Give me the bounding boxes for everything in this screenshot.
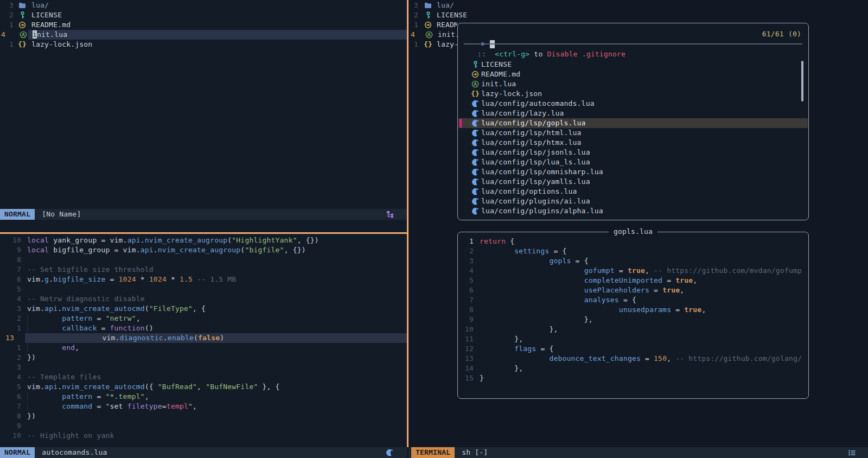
init-icon <box>425 31 433 39</box>
file-row[interactable]: 4init.lua <box>0 30 407 40</box>
code-line[interactable]: 4-- Netrw diagnostic disable <box>0 294 407 304</box>
statusline-code: NORMAL autocomands.lua <box>0 447 407 458</box>
code-line[interactable]: 4-- Template files <box>0 372 407 382</box>
picker-item[interactable]: {}lazy-lock.json <box>458 89 808 99</box>
code-token: }, <box>480 364 523 372</box>
code-line[interactable]: 7-- Set bigfile size threshold <box>0 265 407 275</box>
code-line[interactable]: 3vim.api.nvim_create_autocmd("FileType",… <box>0 304 407 314</box>
code-line[interactable]: 8 unusedparams = true, <box>458 305 808 315</box>
code-line[interactable]: 2}) <box>0 353 407 362</box>
code-token: () <box>145 324 154 332</box>
code-token: , <box>197 383 206 391</box>
code-text: }, <box>480 364 523 373</box>
moon-icon <box>471 100 480 107</box>
code-token: debounce_text_changes <box>480 354 641 362</box>
code-line[interactable]: 10local yank_group = vim.api.nvim_create… <box>0 236 407 245</box>
picker-item-name: lua/config/options.lua <box>481 187 577 196</box>
file-row[interactable]: 3lua/ <box>0 1 407 10</box>
code-token: ) <box>220 334 224 342</box>
code-token: -- Template files <box>27 373 101 381</box>
picker-item[interactable]: lua/config/lsp/jsonls.lua <box>458 148 808 157</box>
picker-item[interactable]: lua/config/plugins/alpha.lua <box>458 206 808 216</box>
code-line[interactable]: 1 callback = function() <box>0 323 407 333</box>
line-number: 9 <box>458 315 474 325</box>
code-line[interactable]: 2 settings = { <box>458 246 808 256</box>
code-line[interactable]: 1 end, <box>0 343 407 353</box>
file-row[interactable]: 1{}lazy-lock.json <box>410 40 457 49</box>
window-separator-vertical[interactable] <box>407 0 409 447</box>
code-token: vim. <box>27 383 44 391</box>
code-line[interactable]: 13 debounce_text_changes = 150, -- https… <box>458 354 808 364</box>
code-token: templ <box>167 402 188 410</box>
file-row[interactable]: 4init.lua <box>410 30 457 40</box>
picker-item[interactable]: lua/config/autocomands.lua <box>458 99 808 109</box>
code-line[interactable]: 9local bigfile_group = vim.api.nvim_crea… <box>0 245 407 255</box>
scrollbar[interactable] <box>801 61 804 101</box>
file-row[interactable]: 1README.md <box>0 20 407 30</box>
code-line[interactable]: 1return { <box>458 237 808 246</box>
file-explorer-pane: 3lua/2LICENSE1README.md4init.lua1{}lazy-… <box>0 1 407 49</box>
code-line[interactable]: 3 <box>0 362 407 372</box>
code-token: , <box>645 266 649 275</box>
picker-item[interactable]: lua/config/lsp/omnisharp.lua <box>458 167 808 177</box>
code-text: local yank_group = vim.api.nvim_create_a… <box>27 236 319 245</box>
picker-prompt[interactable]: > <box>464 29 495 39</box>
code-line[interactable]: 8}) <box>0 411 407 421</box>
picker-item[interactable]: lua/config/lsp/gopls.lua <box>458 118 808 128</box>
code-line[interactable]: 6vim.g.bigfile_size = 1024 * 1024 * 1.5 … <box>0 275 407 284</box>
code-token: , {}) <box>284 246 306 254</box>
code-line[interactable]: 14 }, <box>458 364 808 373</box>
file-row[interactable]: 1README.md <box>410 20 457 30</box>
file-row[interactable]: 2LICENSE <box>0 10 407 20</box>
terminal-list-icon <box>848 449 856 456</box>
picker-item[interactable]: LICENSE <box>458 60 808 69</box>
code-line[interactable]: 11 }, <box>458 334 808 344</box>
code-line[interactable]: 8 <box>0 255 407 265</box>
code-token: api <box>141 246 154 254</box>
line-number: 4 <box>0 294 21 304</box>
statusline-terminal: TERMINAL sh [-] <box>409 447 868 458</box>
line-number: 13 <box>458 354 474 364</box>
code-token: true <box>628 266 645 275</box>
code-line[interactable]: 9 <box>0 421 407 431</box>
moon-icon <box>471 149 480 156</box>
code-line[interactable]: 7 analyses = { <box>458 295 808 305</box>
code-line[interactable]: 10 }, <box>458 325 808 334</box>
line-number: 5 <box>458 276 474 285</box>
line-number: 9 <box>0 245 21 255</box>
code-line[interactable]: 3 gopls = { <box>458 256 808 266</box>
picker-item[interactable]: lua/config/lazy.lua <box>458 109 808 118</box>
picker-item[interactable]: lua/config/lsp/lua_ls.lua <box>458 157 808 167</box>
code-line[interactable]: 7 command = "set filetype=templ", <box>0 402 407 411</box>
picker-item[interactable]: README.md <box>458 69 808 79</box>
readme-icon <box>424 21 432 29</box>
code-line[interactable]: 6 pattern = "*.templ", <box>0 392 407 402</box>
picker-item[interactable]: lua/config/plugins/ai.lua <box>458 196 808 206</box>
picker-item[interactable]: lua/config/lsp/htmx.lua <box>458 138 808 148</box>
code-line[interactable]: 13 vim.diagnostic.enable(false) <box>0 333 407 343</box>
mode-indicator: NORMAL <box>0 447 35 458</box>
picker-item[interactable]: init.lua <box>458 79 808 89</box>
code-line[interactable]: 15} <box>458 373 808 383</box>
code-line[interactable]: 2 pattern = "netrw", <box>0 314 407 323</box>
code-line[interactable]: 5 completeUnimported = true, <box>458 276 808 285</box>
code-line[interactable]: 5vim.api.nvim_create_autocmd({ "BufRead"… <box>0 382 407 392</box>
code-line[interactable]: 9 }, <box>458 315 808 325</box>
code-line[interactable]: 4 gofumpt = true, -- https://github.com/… <box>458 266 808 276</box>
file-row[interactable]: 1{}lazy-lock.json <box>0 40 407 49</box>
picker-item[interactable]: lua/config/lsp/yamlls.lua <box>458 177 808 187</box>
picker-item[interactable]: lua/config/lsp/html.lua <box>458 128 808 138</box>
code-text: -- Set bigfile size threshold <box>27 265 154 275</box>
file-row[interactable]: 2LICENSE <box>410 10 868 20</box>
file-row[interactable]: 3lua/ <box>410 1 868 10</box>
preview-title: gopls.lua <box>609 227 658 237</box>
picker-item[interactable]: lua/config/options.lua <box>458 187 808 196</box>
code-token: = <box>615 266 628 275</box>
code-line[interactable]: 12 flags = { <box>458 344 808 354</box>
picker-item-name: LICENSE <box>481 60 512 69</box>
code-line[interactable]: 5 <box>0 284 407 294</box>
code-line[interactable]: 10-- Highlight on yank <box>0 431 407 441</box>
code-line[interactable]: 6 usePlaceholders = true, <box>458 285 808 295</box>
window-separator-horizontal[interactable] <box>0 232 408 234</box>
code-text: flags = { <box>480 344 553 354</box>
